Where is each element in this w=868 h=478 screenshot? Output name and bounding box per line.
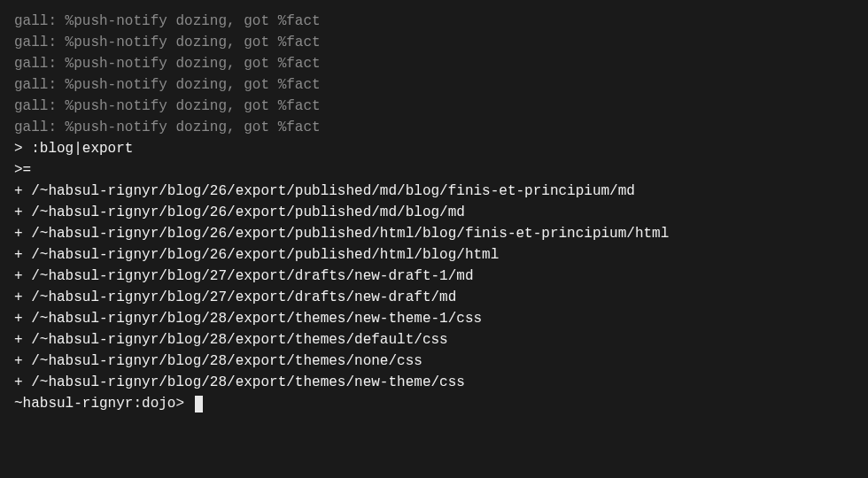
terminal-viewport[interactable]: gall: %push-notify dozing, got %fact gal… bbox=[0, 0, 868, 425]
cursor-block-icon bbox=[195, 396, 203, 412]
shell-prompt: ~habsul-rignyr:dojo> bbox=[14, 393, 193, 414]
export-line: + /~habsul-rignyr/blog/28/export/themes/… bbox=[14, 351, 854, 372]
export-line: + /~habsul-rignyr/blog/28/export/themes/… bbox=[14, 329, 854, 351]
export-line: + /~habsul-rignyr/blog/27/export/drafts/… bbox=[14, 266, 854, 287]
export-line: + /~habsul-rignyr/blog/28/export/themes/… bbox=[14, 308, 854, 329]
export-line: + /~habsul-rignyr/blog/26/export/publish… bbox=[14, 181, 854, 202]
log-line: gall: %push-notify dozing, got %fact bbox=[14, 74, 854, 96]
log-line: gall: %push-notify dozing, got %fact bbox=[14, 96, 854, 117]
log-line: gall: %push-notify dozing, got %fact bbox=[14, 11, 854, 32]
export-line: + /~habsul-rignyr/blog/26/export/publish… bbox=[14, 223, 854, 244]
log-line: gall: %push-notify dozing, got %fact bbox=[14, 117, 854, 138]
log-line: gall: %push-notify dozing, got %fact bbox=[14, 32, 854, 53]
export-line: + /~habsul-rignyr/blog/28/export/themes/… bbox=[14, 372, 854, 393]
prompt-row[interactable]: ~habsul-rignyr:dojo> bbox=[14, 393, 854, 414]
log-line: gall: %push-notify dozing, got %fact bbox=[14, 53, 854, 74]
export-line: + /~habsul-rignyr/blog/26/export/publish… bbox=[14, 244, 854, 266]
export-line: + /~habsul-rignyr/blog/27/export/drafts/… bbox=[14, 287, 854, 308]
export-line: + /~habsul-rignyr/blog/26/export/publish… bbox=[14, 202, 854, 223]
entered-command: > :blog|export bbox=[14, 138, 854, 159]
result-marker: >= bbox=[14, 159, 854, 181]
